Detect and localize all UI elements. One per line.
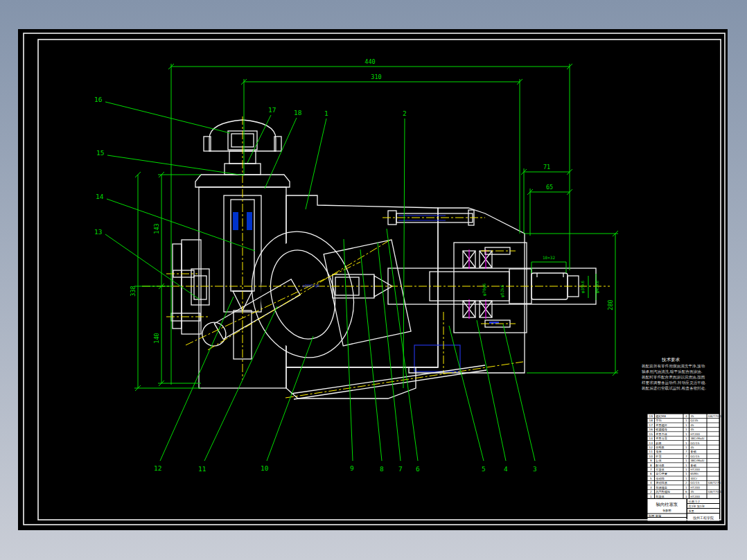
bom-cell [708, 419, 719, 423]
bom-cell [708, 432, 719, 436]
mass-row: 质量 [689, 509, 694, 513]
callout-11: 11 [198, 465, 206, 473]
bom-cell-text: 14 [649, 437, 653, 440]
bom-cell-text: 1 [685, 459, 687, 462]
bom-cell-text: 青铜 [690, 450, 696, 453]
bom-cell-text: 缸体 [656, 459, 662, 462]
dim-phi42: φ42k6 [595, 281, 600, 293]
bom-cell-text: 轴承端盖 [656, 486, 668, 489]
dim-phi30-blue: φ30H7/g6 [303, 283, 319, 288]
bom-cell [708, 428, 719, 432]
notes-line-3: 装配时零件配合表面涂以润滑油,按图 [642, 375, 705, 380]
bom-cell-text: 4 [650, 481, 652, 484]
callout-8: 8 [380, 465, 384, 473]
bom-cell-text: 1 [685, 419, 687, 422]
dim-440: 440 [364, 58, 375, 65]
callout-12: 12 [154, 464, 161, 472]
bom-cell-text: 5 [650, 477, 652, 480]
bom-cell-text: 6 [650, 472, 652, 475]
bom-cell-text: 1 [685, 446, 687, 449]
notes-line-1: 装配前所有零件用煤油清洗干净,滚动 [642, 364, 705, 369]
callout-3: 3 [533, 465, 537, 473]
bom-cell-text: 1 [685, 428, 687, 431]
bom-cell-text: 1 [685, 468, 687, 471]
bom-cell-text: Q235 [690, 419, 698, 422]
bom-cell-text: 7 [685, 455, 687, 458]
notes-line-5: 装配后进行空载试运转,检查各密封处. [642, 386, 706, 391]
bom-cell-text: 35 [690, 414, 694, 418]
bom-cell-text: 4 [685, 414, 687, 418]
bom-cell-text: 2 [685, 481, 687, 484]
callout-14: 14 [96, 193, 104, 200]
valve-spool-blue-seal [233, 212, 238, 230]
bom-cell [708, 423, 719, 427]
drawn-checked-row: 制图 审核 [649, 514, 662, 518]
bom-cell [708, 468, 719, 472]
bom-cell-text: 1 [650, 495, 652, 498]
notes-title: 技术要求 [661, 357, 680, 362]
bom-cell-text: 38CrMoAl [690, 459, 704, 462]
bom-cell-text: 变量活塞 [656, 437, 667, 440]
dim-71: 71 [543, 164, 550, 170]
bom-cell-text: 定心弹簧 [656, 472, 668, 475]
bom-cell [708, 485, 719, 489]
dim-phi70: φ70g6 [482, 283, 487, 296]
bom-cell-text: GB/T70.1 [708, 414, 722, 418]
dim-65: 65 [546, 184, 553, 191]
bom-cell-text: 19 [649, 414, 653, 418]
bom-cell-text: GB/T276 [708, 481, 721, 484]
bom-cell-text: 滑履 [656, 450, 661, 453]
callout-2: 2 [403, 110, 407, 117]
bom-cell-text: 1 [685, 472, 687, 475]
bom-cell [708, 454, 719, 458]
callout-4: 4 [504, 465, 508, 473]
bom-cell-text: 1 [685, 437, 687, 440]
bom-cell-text: 手轮 [656, 419, 662, 422]
callout-5: 5 [482, 465, 486, 473]
bom-cell-text: 柱塞 [655, 455, 661, 458]
callout-10: 10 [261, 464, 269, 472]
bom-cell-text: 1 [685, 477, 687, 480]
bom-cell-text: 40Cr [690, 477, 697, 480]
bom-cell-text: 10 [649, 455, 653, 458]
bom-cell-text: 传动轴 [656, 477, 665, 480]
bom-cell-text: 16 [649, 428, 653, 431]
dim-phi35: φ35k6 [580, 281, 586, 293]
bom-cell-text: 回程盘 [656, 446, 665, 449]
bom-cell-text: 7 [650, 468, 652, 471]
bom-rows: 19螺钉M8435GB/T70.118手轮1Q23517变量螺杆14516锁紧螺… [648, 414, 722, 498]
bom-cell [708, 437, 719, 441]
bom-cell-text: 17 [649, 423, 653, 427]
bom-cell [708, 441, 719, 445]
bom-cell [708, 476, 719, 480]
callout-13: 13 [94, 228, 102, 236]
callout-9: 9 [350, 464, 354, 472]
bom-cell [708, 494, 719, 498]
bom-cell-text: 18 [649, 419, 653, 422]
bom-cell-text: 内六角螺栓 [656, 490, 671, 493]
bom-cell-text: 35 [690, 490, 694, 493]
bom-cell-text: 变量螺杆 [656, 423, 667, 427]
drawing-title: 轴向柱塞泵 [656, 502, 678, 507]
bom-cell-text: 1 [685, 441, 687, 445]
callout-7: 7 [398, 465, 403, 473]
bom-cell [708, 450, 719, 454]
bom-cell-text: 前泵体 [656, 495, 665, 498]
dim-140: 140 [153, 333, 160, 343]
bom-cell [708, 472, 719, 476]
bom-cell-text: 13 [649, 441, 653, 445]
callout-17: 17 [268, 106, 276, 114]
dim-keyway: 10×32 [543, 255, 555, 260]
bom-cell-text: 7 [685, 450, 687, 453]
bom-cell-text: 45 [690, 428, 694, 431]
callout-6: 6 [416, 465, 420, 473]
bom-cell-text: 45 [690, 423, 694, 427]
dim-phi52: φ52k6 [500, 285, 505, 297]
bom-cell-text: 后泵体 [656, 468, 665, 471]
bom-cell-text: GCr15 [690, 441, 700, 445]
bom-cell-text: 12 [649, 446, 653, 449]
bom-cell-text: 9 [650, 459, 652, 462]
bom-cell-text: GCr15 [690, 481, 700, 484]
sheet-row: 共1张 第1张 [689, 505, 705, 508]
callout-15: 15 [96, 149, 104, 157]
